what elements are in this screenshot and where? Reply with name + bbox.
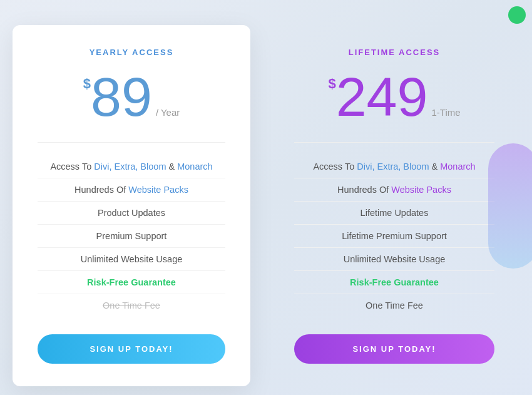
lifetime-feature-guarantee: Risk-Free Guarantee — [294, 271, 494, 294]
lifetime-price-period: 1-Time — [431, 107, 460, 118]
lifetime-price-block: $ 249 1-Time — [294, 69, 494, 125]
yearly-price-number: 89 — [91, 69, 152, 125]
yearly-feature-updates: Product Updates — [38, 202, 225, 225]
yearly-divider — [38, 142, 225, 143]
lifetime-divider — [294, 142, 494, 143]
yearly-price-period: / Year — [156, 107, 180, 118]
yearly-strikethrough-text: One Time Fee — [103, 300, 160, 310]
link-divi-extra-bloom-lifetime[interactable]: Divi, Extra, Bloom — [357, 162, 429, 172]
pricing-container: YEARLY ACCESS $ 89 / Year Access To Divi… — [0, 0, 532, 395]
lifetime-feature-plugins: Access To Divi, Extra, Bloom & Monarch — [294, 155, 494, 178]
lifetime-feature-one-time: One Time Fee — [294, 294, 494, 317]
link-monarch-yearly[interactable]: Monarch — [177, 162, 212, 172]
bg-decoration-circle — [508, 6, 526, 24]
link-risk-free-lifetime[interactable]: Risk-Free Guarantee — [350, 277, 439, 287]
yearly-card: YEARLY ACCESS $ 89 / Year Access To Divi… — [13, 25, 250, 386]
lifetime-price-number: 249 — [336, 69, 428, 125]
yearly-feature-support: Premium Support — [38, 225, 225, 248]
yearly-price-block: $ 89 / Year — [38, 69, 225, 125]
link-website-packs-yearly[interactable]: Website Packs — [128, 185, 188, 195]
lifetime-signup-button[interactable]: SIGN UP TODAY! — [294, 334, 494, 364]
yearly-feature-list: Access To Divi, Extra, Bloom & Monarch H… — [38, 155, 225, 317]
yearly-feature-guarantee: Risk-Free Guarantee — [38, 271, 225, 294]
yearly-feature-website-packs: Hundreds Of Website Packs — [38, 178, 225, 202]
yearly-dollar-sign: $ — [83, 76, 91, 92]
bg-decoration-shape — [488, 143, 532, 269]
lifetime-plan-label: LIFETIME ACCESS — [294, 48, 494, 57]
yearly-feature-plugins: Access To Divi, Extra, Bloom & Monarch — [38, 155, 225, 178]
yearly-feature-usage: Unlimited Website Usage — [38, 248, 225, 271]
lifetime-dollar-sign: $ — [328, 76, 335, 92]
lifetime-feature-updates: Lifetime Updates — [294, 202, 494, 225]
yearly-signup-button[interactable]: SIGN UP TODAY! — [38, 334, 225, 364]
lifetime-feature-support: Lifetime Premium Support — [294, 225, 494, 248]
yearly-plan-label: YEARLY ACCESS — [38, 48, 225, 57]
link-monarch-lifetime[interactable]: Monarch — [440, 162, 475, 172]
lifetime-feature-list: Access To Divi, Extra, Bloom & Monarch H… — [294, 155, 494, 317]
lifetime-feature-usage: Unlimited Website Usage — [294, 248, 494, 271]
link-website-packs-lifetime[interactable]: Website Packs — [391, 185, 451, 195]
link-risk-free-yearly[interactable]: Risk-Free Guarantee — [87, 277, 176, 287]
lifetime-feature-website-packs: Hundreds Of Website Packs — [294, 178, 494, 202]
link-divi-extra-bloom[interactable]: Divi, Extra, Bloom — [94, 162, 166, 172]
lifetime-card: LIFETIME ACCESS $ 249 1-Time Access To D… — [269, 25, 519, 386]
yearly-feature-one-time: One Time Fee — [38, 294, 225, 317]
